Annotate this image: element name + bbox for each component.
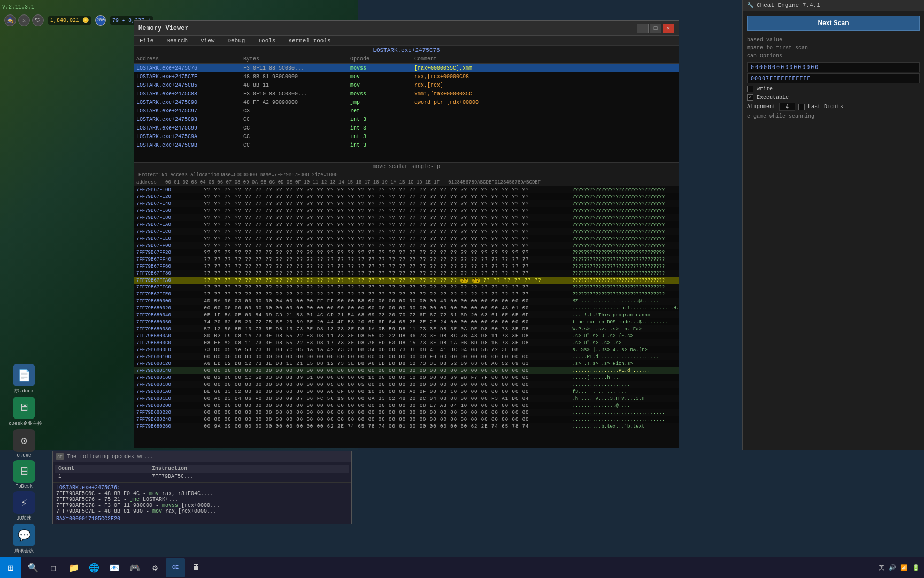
hex-row-14[interactable]: 7FF79B67FFC0 ?? ?? ?? ?? ?? ?? ?? ?? ?? …	[134, 284, 679, 291]
menu-view[interactable]: View	[198, 37, 217, 44]
ce-icon: 🔧	[747, 2, 753, 9]
hex-row-18[interactable]: 7FF79B680040 0E 1F BA 0E 00 B4 09 CD 21 …	[134, 311, 679, 318]
hex-row-8[interactable]: 7FF79B67FF00 ?? ?? ?? ?? ?? ?? ?? ?? ?? …	[134, 242, 679, 249]
taskbar-monitor[interactable]: 🖥	[186, 558, 205, 577]
taskbar-search-button[interactable]: 🔍	[24, 558, 43, 577]
maximize-button[interactable]: □	[650, 24, 661, 33]
disasm-row-6[interactable]: LOSTARK.exe+2475C98 CC int 3	[134, 115, 679, 124]
disasm-row-4[interactable]: LOSTARK.exe+2475C90 48 FF A2 90090000 jm…	[134, 98, 679, 107]
disasm-row-5[interactable]: LOSTARK.exe+2475C97 C3 ret	[134, 107, 679, 115]
disasm-row-3[interactable]: LOSTARK.exe+2475C88 F3 0F10 88 5C0300...…	[134, 89, 679, 98]
hex-row-20[interactable]: 7FF79B680080 57 12 50 8B 13 73 3E D8 13 …	[134, 325, 679, 332]
col-header-count: Count	[55, 465, 149, 473]
write-checkbox[interactable]	[747, 86, 753, 92]
side-app-icon-todesk2: 🖥	[13, 460, 35, 483]
table-row[interactable]: 1 7FF79DAF5C...	[55, 473, 349, 481]
disasm-bytes-0: F3 0F11 88 5C030...	[243, 65, 350, 71]
hex-row-21[interactable]: 7FF79B6800A0 8D 03 F9 D8 1A 73 3E D8 55 …	[134, 332, 679, 339]
disasm-row-8[interactable]: LOSTARK.exe+2475C9A CC int 3	[134, 132, 679, 141]
hex-row-6[interactable]: 7FF79B67FEC0 ?? ?? ?? ?? ?? ?? ?? ?? ?? …	[134, 228, 679, 235]
hex-row-1[interactable]: 7FF79B67FE20 ?? ?? ?? ?? ?? ?? ?? ?? ?? …	[134, 193, 679, 200]
disasm-addr-0: LOSTARK.exe+2475C76	[136, 65, 243, 71]
hex-row-4[interactable]: 7FF79B67FE80 ?? ?? ?? ?? ?? ?? ?? ?? ?? …	[134, 214, 679, 221]
options-label: can Options	[743, 52, 924, 61]
menu-kernel[interactable]: Kernel tools	[286, 37, 333, 44]
side-app-icon-tencent: 💬	[13, 524, 35, 546]
hex-row-5[interactable]: 7FF79B67FEA0 ?? ?? ?? ?? ?? ?? ?? ?? ?? …	[134, 221, 679, 228]
disasm-header: Address Bytes Opcode Comment	[134, 55, 679, 64]
window-controls: ─ □ ✕	[637, 24, 674, 33]
hex-row-15[interactable]: 7FF79B67FFE0 ?? ?? ?? ?? ?? ?? ?? ?? ?? …	[134, 291, 679, 298]
side-app-文档[interactable]: 📄 绑.docx	[2, 364, 46, 394]
taskbar-mail[interactable]: 📧	[105, 558, 124, 577]
hex-row-34[interactable]: 7FF79B680260 00 9A 09 00 00 00 00 00 00 …	[134, 423, 679, 430]
hex-row-26[interactable]: 7FF79B680140 00 00 00 00 00 00 00 00 00 …	[134, 367, 679, 374]
alignment-input[interactable]	[779, 103, 795, 111]
minimize-button[interactable]: ─	[637, 24, 649, 33]
hex-row-23[interactable]: 7FF79B6800E0 73 D0 05 1A 53 73 3E D8 7C …	[134, 346, 679, 353]
hex-row-10[interactable]: 7FF79B67FF40 ?? ?? ?? ?? ?? ?? ?? ?? ?? …	[134, 256, 679, 263]
hex-row-0[interactable]: 7FF79B67FE00 ?? ?? ?? ?? ?? ?? ?? ?? ?? …	[134, 186, 679, 193]
side-app-todesk[interactable]: 🖥 ToDesk企业主控	[2, 397, 46, 427]
disasm-row-2[interactable]: LOSTARK.exe+2475C85 48 8B 11 mov rdx,[rc…	[134, 81, 679, 89]
taskbar-ce[interactable]: CE	[166, 558, 185, 577]
menu-file[interactable]: File	[137, 37, 156, 44]
disasm-row-1[interactable]: LOSTARK.exe+2475C7E 48 8B 81 980C0000 mo…	[134, 72, 679, 81]
code-popup-table: Count Instruction 1 7FF79DAF5C...	[55, 465, 349, 480]
taskbar-settings[interactable]: ⚙	[145, 558, 165, 577]
side-app-todesk2[interactable]: 🖥 ToDesk	[2, 460, 46, 489]
next-scan-button[interactable]: Next Scan	[747, 16, 920, 31]
hex-row-29[interactable]: 7FF79B6801A0 BE 66 33 02 00 60 00 00 60 …	[134, 388, 679, 395]
hex-row-11[interactable]: 7FF79B67FF60 ?? ?? ?? ?? ?? ?? ?? ?? ?? …	[134, 263, 679, 270]
taskbar-explorer[interactable]: 📁	[64, 558, 83, 577]
hex-row-2[interactable]: 7FF79B67FE40 ?? ?? ?? ?? ?? ?? ?? ?? ?? …	[134, 200, 679, 207]
side-app-tencent[interactable]: 💬 腾讯会议	[2, 524, 46, 554]
hex-row-27[interactable]: 7FF79B680160 0B 02 0C 00 1C 5B 03 00 D8 …	[134, 374, 679, 381]
hud-icon-2: ⚔	[18, 14, 30, 26]
disasm-row-selected[interactable]: LOSTARK.exe+2475C76 F3 0F11 88 5C030... …	[134, 64, 679, 72]
menu-search[interactable]: Search	[164, 37, 190, 44]
disasm-row-9[interactable]: LOSTARK.exe+2475C9B CC int 3	[134, 141, 679, 149]
hex-row-3[interactable]: 7FF79B67FE60 ?? ?? ?? ?? ?? ?? ?? ?? ?? …	[134, 207, 679, 214]
hex-row-7[interactable]: 7FF79B67FEE0 ?? ?? ?? ?? ?? ?? ?? ?? ?? …	[134, 235, 679, 242]
hex-row-19[interactable]: 7FF79B680060 74 20 62 65 20 72 75 6E 20 …	[134, 318, 679, 325]
menu-tools[interactable]: Tools	[256, 37, 278, 44]
taskbar-ime: 英	[879, 564, 884, 572]
disasm-opcode-2: mov	[350, 82, 414, 88]
code-popup-icon: CE	[56, 453, 64, 460]
hex-row-12[interactable]: 7FF79B67FF80 ?? ?? ?? ?? ?? ?? ?? ?? ?? …	[134, 270, 679, 277]
disasm-row-7[interactable]: LOSTARK.exe+2475C99 CC int 3	[134, 124, 679, 132]
hud-level-badge: 200	[95, 15, 106, 26]
taskbar-task-view[interactable]: ❑	[44, 558, 63, 577]
last-digits-checkbox[interactable]	[798, 104, 805, 110]
hex-row-13-highlighted[interactable]: 7FF79B67FFA0 ?? ?? ?? ?? ?? ?? ?? ?? ?? …	[134, 277, 679, 284]
header-opcode: Opcode	[350, 56, 414, 62]
hex-row-25[interactable]: 7FF79B680120 A6 ED E2 D8 12 73 3E D8 1E …	[134, 360, 679, 367]
close-button[interactable]: ✕	[663, 24, 674, 33]
hex-row-28[interactable]: 7FF79B680180 00 00 00 00 00 00 00 00 00 …	[134, 381, 679, 388]
hex-row-17[interactable]: 7FF79B680020 00 00 00 00 00 00 00 00 00 …	[134, 305, 679, 311]
taskbar-game[interactable]: 🎮	[125, 558, 144, 577]
disasm-opcode-9: int 3	[350, 142, 414, 148]
hex-row-22[interactable]: 7FF79B6800C0 08 EE A2 D8 11 73 3E D8 55 …	[134, 339, 679, 346]
side-app-speed[interactable]: ⚡ UU加速	[2, 491, 46, 522]
asm-line-5: 7FF79DAF5C7E - 48 8B 81 980 - mov rax,[r…	[56, 508, 348, 514]
side-app-exe[interactable]: ⚙ o.exe	[2, 429, 46, 458]
start-button[interactable]: ⊞	[0, 557, 21, 579]
disasm-addr-5: LOSTARK.exe+2475C97	[136, 108, 243, 114]
executable-checkbox[interactable]: ✓	[747, 94, 753, 101]
hex-row-33[interactable]: 7FF79B680240 00 00 00 00 00 00 00 00 00 …	[134, 416, 679, 423]
hex-row-30[interactable]: 7FF79B6801E0 00 A0 D3 04 06 F0 08 00 09 …	[134, 395, 679, 402]
code-popup-body: Count Instruction 1 7FF79DAF5C...	[53, 462, 351, 482]
disasm-opcode-3: movss	[350, 91, 414, 97]
hex-row-31[interactable]: 7FF79B680200 00 00 00 00 00 00 00 00 00 …	[134, 402, 679, 409]
menu-debug[interactable]: Debug	[225, 37, 247, 44]
disasm-addr-3: LOSTARK.exe+2475C88	[136, 91, 243, 97]
hex-row-24[interactable]: 7FF79B680100 00 00 00 00 00 00 00 00 00 …	[134, 353, 679, 360]
disasm-comment-1: rax,[rcx+00000C98]	[414, 74, 676, 80]
hex-row-16[interactable]: 7FF79B680000 4D 5A 90 03 00 00 00 04 00 …	[134, 298, 679, 305]
hex-row-9[interactable]: 7FF79B67FF20 ?? ?? ?? ?? ?? ?? ?? ?? ?? …	[134, 249, 679, 256]
address-bar[interactable]: LOSTARK.exe+2475C76	[134, 46, 679, 55]
taskbar-browser[interactable]: 🌐	[84, 558, 104, 577]
hex-row-32[interactable]: 7FF79B680220 00 00 00 00 00 00 00 00 00 …	[134, 409, 679, 416]
